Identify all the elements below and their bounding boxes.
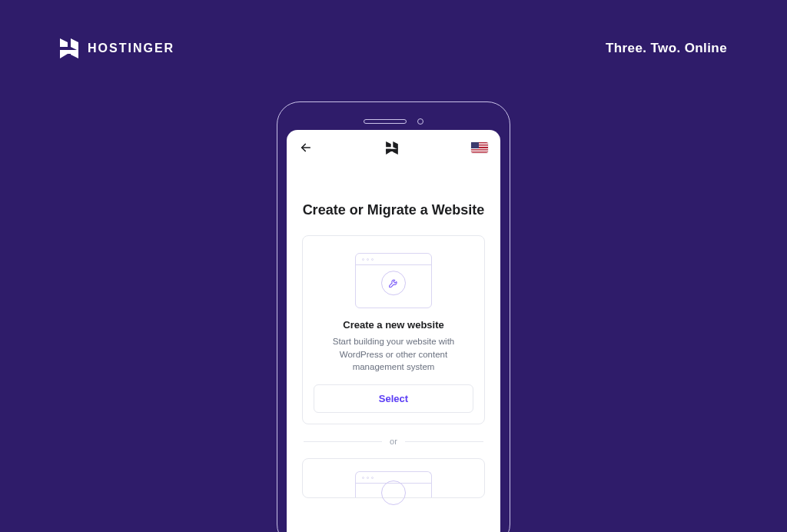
wrench-circle [381,271,406,295]
phone-shell: Create or Migrate a Website Create a new… [277,101,510,532]
browser-window-illustration-icon [355,471,432,497]
brand-left: HOSTINGER [60,38,174,58]
hostinger-logo-icon [60,38,78,58]
window-topbar-icon [356,264,431,265]
divider: or [304,437,483,446]
migrate-website-card [302,458,485,498]
phone-top-cutouts [287,113,500,130]
app-screen: Create or Migrate a Website Create a new… [287,130,500,532]
divider-label: or [390,437,397,446]
select-create-button[interactable]: Select [314,384,473,413]
page-title: Create or Migrate a Website [299,202,488,218]
divider-left-line-icon [304,441,382,442]
card-subtitle: Start building your website with WordPre… [317,335,470,374]
divider-right-line-icon [405,441,483,442]
create-website-card: Create a new website Start building your… [302,235,485,424]
tagline: Three. Two. Online [606,41,727,56]
card-title: Create a new website [314,319,473,331]
browser-window-illustration-icon [355,253,432,308]
locale-flag-icon[interactable] [471,142,488,153]
app-header [287,130,500,165]
wrench-icon [387,277,400,289]
speaker-icon [364,119,407,124]
circle-partial-icon [381,480,406,505]
window-dots-icon [362,477,374,479]
brand-row: HOSTINGER Three. Two. Online [0,38,787,58]
camera-icon [417,118,423,125]
back-arrow-icon[interactable] [299,141,313,155]
window-dots-icon [362,258,374,261]
brand-name: HOSTINGER [88,42,174,55]
phone-mock: Create or Migrate a Website Create a new… [277,101,510,532]
hostinger-mark-icon [386,141,398,154]
